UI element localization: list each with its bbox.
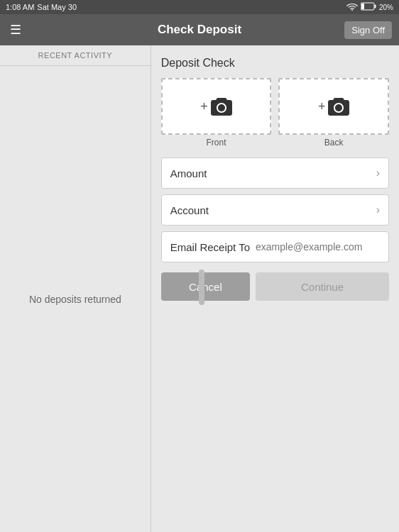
- front-label: Front: [207, 138, 226, 148]
- email-receipt-input[interactable]: [256, 241, 380, 253]
- buttons-row: Cancel Continue: [161, 272, 389, 301]
- front-plus-icon: +: [200, 99, 208, 114]
- status-bar: 1:08 AM Sat May 30 20%: [0, 0, 399, 14]
- front-photo-container: + Front: [161, 78, 272, 148]
- deposit-check-title: Deposit Check: [161, 57, 389, 70]
- svg-point-0: [351, 9, 353, 11]
- battery-pct: 20%: [379, 4, 393, 11]
- no-deposits-message: No deposits returned: [0, 66, 151, 532]
- left-panel: RECENT ACTIVITY No deposits returned: [0, 45, 151, 532]
- time-display: 1:08 AM: [6, 3, 34, 11]
- sign-on-button[interactable]: Sign Off: [344, 21, 392, 39]
- wifi-icon: [346, 2, 358, 12]
- svg-rect-2: [374, 5, 376, 9]
- back-photo-container: + Back: [278, 78, 389, 148]
- camera-row: + Front +: [161, 78, 389, 148]
- front-photo-button[interactable]: +: [161, 78, 272, 135]
- front-camera-icon: [211, 97, 232, 116]
- back-label: Back: [324, 138, 344, 148]
- cancel-button[interactable]: Cancel: [161, 272, 250, 301]
- amount-chevron-icon: ›: [376, 167, 380, 179]
- amount-field[interactable]: Amount ›: [161, 157, 389, 189]
- email-receipt-row: Email Receipt To: [161, 231, 389, 262]
- status-left: 1:08 AM Sat May 30: [6, 3, 77, 11]
- back-photo-inner: +: [318, 97, 350, 116]
- main-layout: RECENT ACTIVITY No deposits returned Dep…: [0, 45, 399, 532]
- recent-activity-header: RECENT ACTIVITY: [0, 45, 151, 66]
- date-display: Sat May 30: [37, 3, 77, 11]
- amount-label: Amount: [170, 167, 207, 179]
- svg-rect-3: [361, 4, 364, 9]
- email-receipt-label: Email Receipt To: [170, 241, 250, 253]
- scroll-indicator[interactable]: [199, 270, 204, 305]
- account-chevron-icon: ›: [376, 204, 380, 216]
- account-label: Account: [170, 204, 209, 216]
- page-title: Check Deposit: [158, 23, 241, 37]
- nav-bar: ☰ Check Deposit Sign Off: [0, 14, 399, 45]
- continue-button[interactable]: Continue: [256, 272, 389, 301]
- battery-icon: [361, 2, 376, 12]
- front-photo-inner: +: [200, 97, 232, 116]
- menu-button[interactable]: ☰: [7, 21, 24, 39]
- back-camera-icon: [328, 97, 349, 116]
- back-photo-button[interactable]: +: [278, 78, 389, 135]
- account-field[interactable]: Account ›: [161, 194, 389, 226]
- back-plus-icon: +: [318, 99, 326, 114]
- status-right: 20%: [346, 2, 393, 12]
- right-panel: Deposit Check + Front: [151, 45, 399, 532]
